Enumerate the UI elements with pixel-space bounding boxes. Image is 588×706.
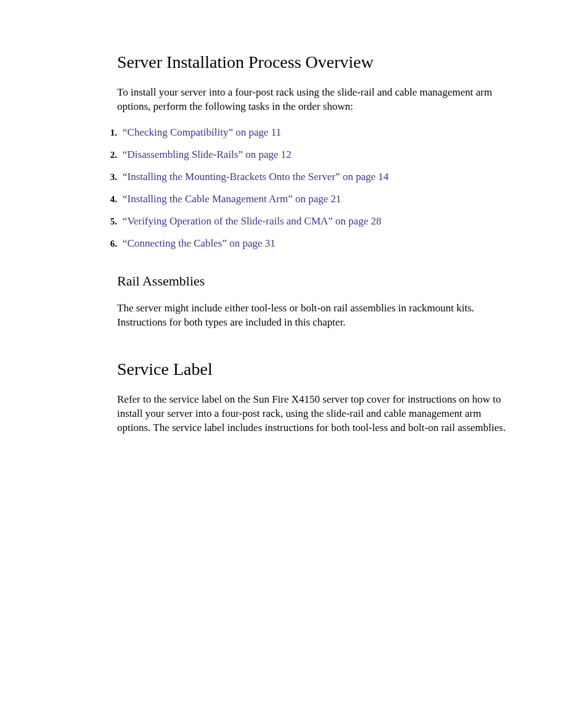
- section-title-service: Service Label: [117, 359, 517, 379]
- step-number: 6.: [102, 239, 117, 249]
- subsection-title-rail: Rail Assemblies: [117, 273, 517, 289]
- step-item: 1. “Checking Compatibility” on page 11: [102, 126, 517, 139]
- step-number: 4.: [102, 194, 117, 205]
- step-link[interactable]: “Installing the Mounting-Brackets Onto t…: [123, 171, 389, 183]
- step-number: 2.: [102, 150, 117, 160]
- step-link[interactable]: “Checking Compatibility” on page 11: [123, 126, 281, 139]
- section-overview: Server Installation Process Overview To …: [117, 52, 517, 330]
- step-link[interactable]: “Installing the Cable Management Arm” on…: [123, 193, 341, 205]
- step-number: 1.: [102, 128, 117, 138]
- step-item: 4. “Installing the Cable Management Arm”…: [102, 193, 517, 205]
- step-item: 6. “Connecting the Cables” on page 31: [102, 237, 517, 250]
- step-link[interactable]: “Disassembling Slide-Rails” on page 12: [123, 149, 292, 161]
- step-number: 5.: [102, 216, 117, 227]
- subsection-body-rail: The server might include either tool-les…: [117, 302, 517, 330]
- intro-paragraph: To install your server into a four-post …: [117, 86, 517, 114]
- step-link[interactable]: “Connecting the Cables” on page 31: [123, 237, 276, 250]
- body-service: Refer to the service label on the Sun Fi…: [117, 393, 517, 435]
- step-list: 1. “Checking Compatibility” on page 11 2…: [102, 126, 517, 250]
- step-item: 2. “Disassembling Slide-Rails” on page 1…: [102, 149, 517, 161]
- step-number: 3.: [102, 172, 117, 183]
- step-link[interactable]: “Verifying Operation of the Slide-rails …: [123, 215, 382, 228]
- section-title-overview: Server Installation Process Overview: [117, 52, 517, 72]
- step-item: 5. “Verifying Operation of the Slide-rai…: [102, 215, 517, 228]
- section-service-label: Service Label Refer to the service label…: [117, 359, 517, 435]
- step-item: 3. “Installing the Mounting-Brackets Ont…: [102, 171, 517, 183]
